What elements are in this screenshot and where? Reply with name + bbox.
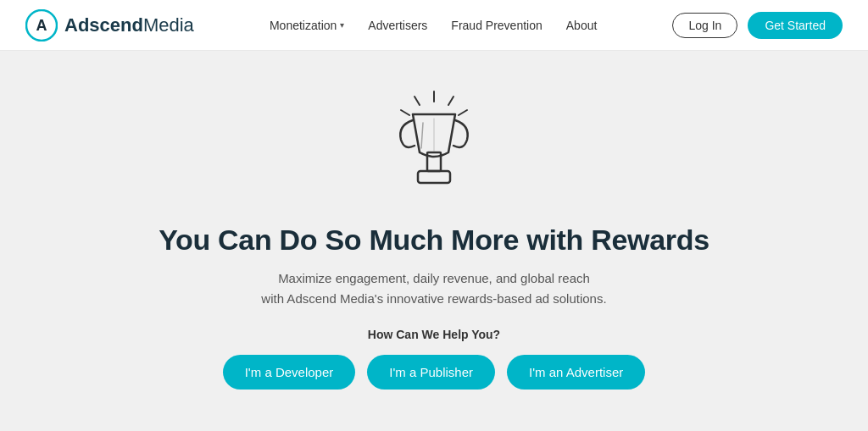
nav-actions: Log In Get Started — [672, 12, 843, 39]
get-started-button[interactable]: Get Started — [748, 12, 843, 39]
nav-fraud-prevention[interactable]: Fraud Prevention — [451, 19, 542, 32]
developer-button[interactable]: I'm a Developer — [223, 355, 356, 390]
nav-monetization[interactable]: Monetization ▾ — [270, 19, 344, 32]
hero-subtitle: Maximize engagement, daily revenue, and … — [261, 268, 606, 309]
advertiser-button[interactable]: I'm an Advertiser — [507, 355, 645, 390]
trophy-icon — [379, 85, 489, 207]
publisher-button[interactable]: I'm a Publisher — [367, 355, 495, 390]
login-button[interactable]: Log In — [672, 13, 737, 38]
main-nav: Monetization ▾ Advertisers Fraud Prevent… — [270, 19, 597, 32]
hero-section: You Can Do So Much More with Rewards Max… — [0, 51, 868, 431]
svg-text:A: A — [36, 17, 47, 34]
svg-line-3 — [448, 97, 453, 105]
svg-rect-8 — [418, 171, 450, 183]
svg-line-4 — [459, 110, 467, 115]
svg-line-6 — [401, 110, 409, 115]
hero-title: You Can Do So Much More with Rewards — [159, 224, 709, 257]
logo[interactable]: A AdscendMedia — [25, 9, 194, 41]
cta-buttons: I'm a Developer I'm a Publisher I'm an A… — [223, 355, 646, 390]
nav-advertisers[interactable]: Advertisers — [368, 19, 427, 32]
chevron-down-icon: ▾ — [340, 20, 344, 30]
logo-icon: A — [25, 9, 58, 41]
help-text: How Can We Help You? — [368, 328, 500, 341]
nav-about[interactable]: About — [566, 19, 598, 32]
header: A AdscendMedia Monetization ▾ Advertiser… — [0, 0, 868, 51]
svg-line-5 — [415, 97, 420, 105]
logo-text: AdscendMedia — [64, 14, 194, 36]
